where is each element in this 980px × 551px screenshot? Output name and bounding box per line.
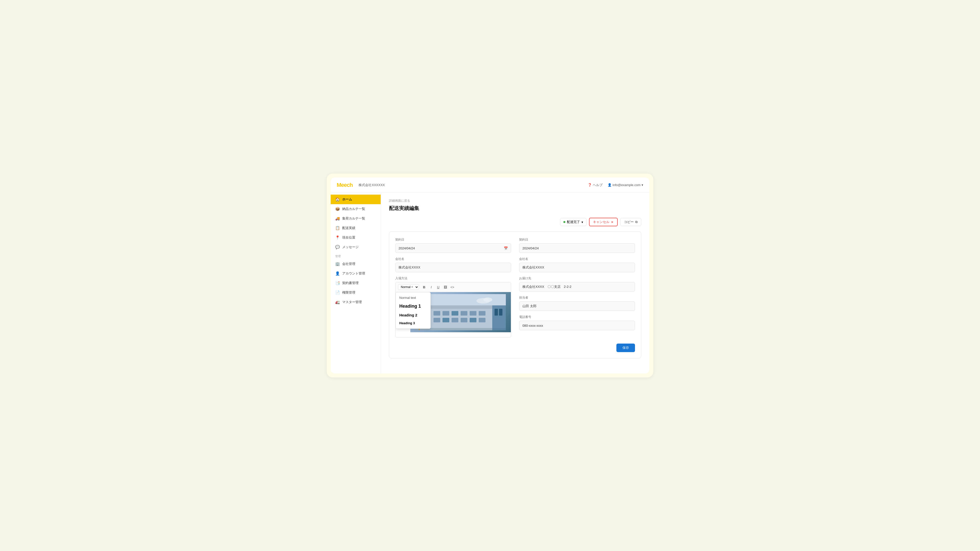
sidebar-item-message[interactable]: 💬 メッセージ xyxy=(331,242,381,252)
svg-rect-15 xyxy=(469,318,476,322)
main-content: 詳細画面に戻る 配送実績編集 配達完了 ▾ キャンセル ✕ コピー xyxy=(381,193,649,373)
left-company-name-input[interactable] xyxy=(395,263,511,272)
bold-button[interactable]: B xyxy=(421,284,428,290)
management-section-label: 管理 xyxy=(331,252,381,259)
right-contract-date-label: 契約日 xyxy=(519,238,635,242)
left-contract-date-label: 契約日 xyxy=(395,238,511,242)
help-button[interactable]: ❓ ヘルプ xyxy=(588,183,603,187)
sidebar-item-account-mgmt[interactable]: 👤 アカウント管理 xyxy=(331,269,381,278)
sidebar-item-contract-mgmt[interactable]: 📑 契約書管理 xyxy=(331,278,381,288)
collection-list-icon: 🚚 xyxy=(335,216,340,221)
svg-rect-23 xyxy=(499,309,503,316)
company-mgmt-icon: 🏢 xyxy=(335,262,340,266)
delivery-address-field[interactable] xyxy=(522,285,632,289)
right-contract-date-input[interactable] xyxy=(519,243,635,253)
page-title: 配送実績編集 xyxy=(389,205,641,212)
sidebar-item-location[interactable]: 📍 現在位置 xyxy=(331,233,381,242)
left-company-name-label: 会社名 xyxy=(395,257,511,261)
sidebar-label-permission-mgmt: 権限管理 xyxy=(342,290,355,295)
sidebar-label-home: ホーム xyxy=(342,197,352,202)
sidebar-item-company-mgmt[interactable]: 🏢 会社管理 xyxy=(331,259,381,269)
delivery-list-icon: 📦 xyxy=(335,207,340,211)
sidebar-item-home[interactable]: 🏠 ホーム xyxy=(331,195,381,204)
home-icon: 🏠 xyxy=(335,197,340,202)
person-in-charge-field[interactable] xyxy=(522,304,632,308)
user-button[interactable]: 👤 info@example.com ▾ xyxy=(608,183,643,187)
sidebar: 🏠 ホーム 📦 納品カルテ一覧 🚚 集荷カルテ一覧 📋 配送実績 📍 xyxy=(331,193,381,373)
svg-rect-22 xyxy=(495,309,498,316)
sidebar-label-delivery-list: 納品カルテ一覧 xyxy=(342,207,365,211)
right-company-name-group: 会社名 xyxy=(519,257,635,272)
svg-rect-7 xyxy=(452,311,458,316)
image-button[interactable]: 🖼 xyxy=(442,284,449,290)
breadcrumb[interactable]: 詳細画面に戻る xyxy=(389,198,641,203)
svg-rect-9 xyxy=(469,311,476,316)
sidebar-label-message: メッセージ xyxy=(342,245,359,249)
sidebar-label-contract-mgmt: 契約書管理 xyxy=(342,281,359,285)
sidebar-label-company-mgmt: 会社管理 xyxy=(342,262,355,266)
contract-mgmt-icon: 📑 xyxy=(335,281,340,285)
delivery-address-label: お届け先 xyxy=(519,276,635,281)
header-right: ❓ ヘルプ 👤 info@example.com ▾ xyxy=(588,183,643,187)
app-shell: Meech 株式会社XXXXXX ❓ ヘルプ 👤 info@example.co… xyxy=(331,178,649,373)
sidebar-item-delivery-results[interactable]: 📋 配送実績 xyxy=(331,223,381,233)
entry-method-group: 入場方法 Normal ÷ B I U xyxy=(395,276,511,338)
svg-rect-14 xyxy=(461,318,468,322)
person-in-charge-group: 担当者 xyxy=(519,295,635,311)
user-icon: 👤 xyxy=(608,183,612,187)
cancel-icon: ✕ xyxy=(611,220,614,224)
help-icon: ❓ xyxy=(588,183,592,187)
underline-button[interactable]: U xyxy=(435,284,442,290)
message-icon: 💬 xyxy=(335,245,340,249)
status-label: 配達完了 xyxy=(567,220,580,224)
form-right-col: 契約日 会社名 xyxy=(519,238,635,338)
copy-button[interactable]: コピー ⧉ xyxy=(620,218,641,226)
svg-rect-8 xyxy=(461,311,468,316)
save-button[interactable]: 保存 xyxy=(616,343,635,352)
left-contract-date-field[interactable] xyxy=(399,246,504,250)
help-label: ヘルプ xyxy=(593,183,603,187)
user-email: info@example.com xyxy=(612,183,641,187)
outer-card: Meech 株式会社XXXXXX ❓ ヘルプ 👤 info@example.co… xyxy=(327,173,653,378)
rich-text-editor[interactable]: Normal ÷ B I U 🖼 <> xyxy=(395,282,511,338)
sidebar-item-collection-list[interactable]: 🚚 集荷カルテ一覧 xyxy=(331,214,381,223)
svg-rect-6 xyxy=(442,311,449,316)
company-name: 株式会社XXXXXX xyxy=(359,183,385,187)
left-contract-date-input[interactable]: 📅 xyxy=(395,243,511,253)
phone-input[interactable] xyxy=(519,321,635,330)
phone-field[interactable] xyxy=(522,324,632,327)
sidebar-item-master-mgmt[interactable]: 🚛 マスター管理 xyxy=(331,297,381,307)
copy-icon: ⧉ xyxy=(635,220,638,224)
permission-mgmt-icon: 📄 xyxy=(335,290,340,295)
dropdown-h2[interactable]: Heading 2 xyxy=(396,311,430,319)
delivery-results-icon: 📋 xyxy=(335,226,340,230)
text-style-dropdown[interactable]: Normal text Heading 1 Heading 2 Heading … xyxy=(396,292,431,329)
text-style-select[interactable]: Normal ÷ xyxy=(398,284,419,290)
sidebar-item-delivery-list[interactable]: 📦 納品カルテ一覧 xyxy=(331,204,381,214)
dropdown-h1[interactable]: Heading 1 xyxy=(396,302,430,311)
chevron-down-icon: ▾ xyxy=(581,220,583,224)
left-company-name-group: 会社名 xyxy=(395,257,511,272)
right-company-name-input[interactable] xyxy=(519,263,635,272)
right-contract-date-field[interactable] xyxy=(522,246,632,250)
dropdown-h3[interactable]: Heading 3 xyxy=(396,319,430,327)
left-company-name-field[interactable] xyxy=(399,266,508,270)
italic-button[interactable]: I xyxy=(428,284,434,290)
cancel-button[interactable]: キャンセル ✕ xyxy=(589,218,618,226)
chevron-down-icon: ▾ xyxy=(641,183,643,187)
delivery-address-input[interactable] xyxy=(519,282,635,292)
body: 🏠 ホーム 📦 納品カルテ一覧 🚚 集荷カルテ一覧 📋 配送実績 📍 xyxy=(331,193,649,373)
code-button[interactable]: <> xyxy=(449,284,456,290)
right-contract-date-group: 契約日 xyxy=(519,238,635,253)
svg-rect-10 xyxy=(479,311,485,316)
calendar-icon[interactable]: 📅 xyxy=(504,246,508,250)
master-mgmt-icon: 🚛 xyxy=(335,300,340,304)
left-contract-date-group: 契約日 📅 xyxy=(395,238,511,253)
person-in-charge-input[interactable] xyxy=(519,302,635,311)
phone-label: 電話番号 xyxy=(519,315,635,319)
status-button[interactable]: 配達完了 ▾ xyxy=(560,218,587,226)
dropdown-normal[interactable]: Normal text xyxy=(396,294,430,302)
editor-body[interactable]: Normal text Heading 1 Heading 2 Heading … xyxy=(396,292,511,337)
sidebar-item-permission-mgmt[interactable]: 📄 権限管理 xyxy=(331,288,381,297)
right-company-name-field[interactable] xyxy=(522,266,632,270)
